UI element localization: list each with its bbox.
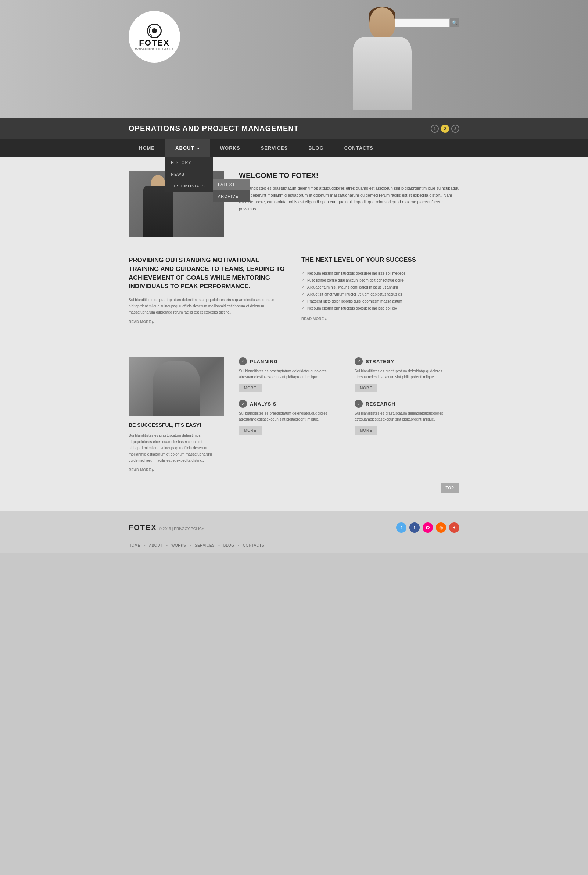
second-left: BE SUCCESSFUL, IT'S EASY! Sui blanditist… xyxy=(129,357,224,472)
research-header: ✓ RESEARCH xyxy=(355,400,459,408)
services-grid-area: ✓ PLANNING Sui blanditistes es praetupta… xyxy=(239,357,459,472)
top-button[interactable]: TOP xyxy=(441,483,459,493)
footer-top: FOTEX © 2013 | PRIVACY POLICY t f ✿ ◎ + xyxy=(129,522,459,533)
strategy-title: STRATEGY xyxy=(366,359,394,364)
planning-title: PLANNING xyxy=(250,359,278,364)
footer-divider xyxy=(129,539,459,539)
main-content: WELCOME TO FOTEX! Sui blanditistes es pr… xyxy=(0,157,588,512)
hero-head xyxy=(369,8,395,39)
footer-nav-about[interactable]: ABOUT xyxy=(149,543,163,548)
checklist-item: Aliquagentum nisl. Mauris acmi daied in … xyxy=(302,284,459,291)
next-level-read-more[interactable]: READ MORE xyxy=(302,317,459,321)
second-section: BE SUCCESSFUL, IT'S EASY! Sui blanditist… xyxy=(129,357,459,472)
dropdown-news[interactable]: NEWS LATEST ARCHIVE xyxy=(165,168,213,180)
motivational-body: Sui blanditistes es praetuptatum delenit… xyxy=(129,297,286,315)
be-successful-title: BE SUCCESSFUL, IT'S EASY! xyxy=(129,422,224,428)
nav-item-blog[interactable]: BLOG xyxy=(298,140,334,157)
nav-item-home[interactable]: HOME xyxy=(129,140,165,157)
nav-item-services[interactable]: SERVICES xyxy=(250,140,298,157)
service-research: ✓ RESEARCH Sui blanditistes es praetupta… xyxy=(355,400,459,435)
nav-item-works[interactable]: WORKS xyxy=(210,140,250,157)
planning-body: Sui blanditistes es praetuptatum delerid… xyxy=(239,368,344,380)
footer-sep-2: • xyxy=(166,543,168,548)
next-level-col: THE NEXT LEVEL OF YOUR SUCCESS Necoum ep… xyxy=(302,256,459,324)
logo-area: FOTEX MANAGEMENT CONSULTING xyxy=(129,11,180,63)
strategy-more-btn[interactable]: MORE xyxy=(355,384,377,392)
research-title: RESEARCH xyxy=(366,401,395,407)
strategy-check-icon: ✓ xyxy=(355,357,363,365)
dot-1[interactable]: 1 xyxy=(431,125,439,133)
checklist-item: Aliquet sit amet wurum inuctor ut luam d… xyxy=(302,291,459,298)
planning-check-icon: ✓ xyxy=(239,357,247,365)
social-twitter-icon[interactable]: t xyxy=(396,522,406,533)
social-rss-icon[interactable]: ◎ xyxy=(436,522,446,533)
news-submenu: LATEST ARCHIVE xyxy=(213,179,249,202)
footer-logo: FOTEX © 2013 | PRIVACY POLICY xyxy=(129,524,204,532)
top-button-area: TOP xyxy=(129,479,459,497)
dropdown-history[interactable]: HISTORY xyxy=(165,157,213,168)
hero-image xyxy=(334,0,430,110)
footer-sep-5: • xyxy=(238,543,239,548)
research-more-btn[interactable]: MORE xyxy=(355,426,377,435)
dot-3[interactable]: 3 xyxy=(451,125,459,133)
nav-item-contacts[interactable]: CONTACTS xyxy=(334,140,384,157)
strategy-body: Sui blanditistes es praetuptatum delerid… xyxy=(355,368,459,380)
second-person xyxy=(153,361,200,416)
motivational-col: PROVIDING OUTSTANDING MOTIVATIONAL TRAIN… xyxy=(129,256,286,324)
welcome-text: WELCOME TO FOTEX! Sui blanditistes es pr… xyxy=(239,171,459,237)
banner-title: OPERATIONS AND PROJECT MANAGEMENT xyxy=(129,124,299,133)
about-dropdown-arrow: ▾ xyxy=(197,147,200,150)
research-body: Sui blanditistes es praetuptatum delendi… xyxy=(355,411,459,422)
dropdown-testimonials[interactable]: TESTIMONIALS xyxy=(165,180,213,192)
submenu-latest[interactable]: LATEST xyxy=(213,179,249,191)
social-flickr-icon[interactable]: ✿ xyxy=(423,522,433,533)
footer-nav-services[interactable]: SERVICES xyxy=(195,543,214,548)
successful-read-more[interactable]: READ MORE xyxy=(129,468,224,472)
hero-body xyxy=(353,37,412,110)
social-plus-icon[interactable]: + xyxy=(449,522,459,533)
logo-text-main: FOTEX xyxy=(139,39,170,47)
header: FOTEX MANAGEMENT CONSULTING 🔍 xyxy=(0,0,588,118)
footer-copyright: © 2013 | PRIVACY POLICY xyxy=(159,527,204,531)
service-planning: ✓ PLANNING Sui blanditistes es praetupta… xyxy=(239,357,344,392)
planning-more-btn[interactable]: MORE xyxy=(239,384,262,392)
analysis-check-icon: ✓ xyxy=(239,400,247,408)
logo-text-sub: MANAGEMENT CONSULTING xyxy=(135,48,174,50)
analysis-more-btn[interactable]: MORE xyxy=(239,426,262,435)
welcome-body: Sui blanditistes es praetuptatum delenit… xyxy=(239,185,459,213)
footer-social: t f ✿ ◎ + xyxy=(396,522,459,533)
footer-logo-text: FOTEX xyxy=(129,524,157,532)
planning-header: ✓ PLANNING xyxy=(239,357,344,365)
footer-nav-works[interactable]: WORKS xyxy=(171,543,186,548)
submenu-archive[interactable]: ARCHIVE xyxy=(213,191,249,202)
dot-2[interactable]: 2 xyxy=(441,125,449,133)
motivational-read-more[interactable]: READ MORE xyxy=(129,320,286,324)
footer-sep-4: • xyxy=(218,543,220,548)
banner: OPERATIONS AND PROJECT MANAGEMENT 1 2 3 xyxy=(0,118,588,140)
footer-sep-3: • xyxy=(190,543,191,548)
footer: FOTEX © 2013 | PRIVACY POLICY t f ✿ ◎ + … xyxy=(0,512,588,553)
second-image xyxy=(129,357,224,416)
footer-nav-contacts[interactable]: CONTACTS xyxy=(243,543,264,548)
successful-body: Sui blanditistes es praetuptatum delenit… xyxy=(129,432,224,464)
nav-item-about[interactable]: ABOUT ▾ xyxy=(165,140,210,157)
service-strategy: ✓ STRATEGY Sui blanditistes es praetupta… xyxy=(355,357,459,392)
footer-nav-home[interactable]: HOME xyxy=(129,543,140,548)
analysis-header: ✓ ANALYSIS xyxy=(239,400,344,408)
checklist-item: Necoum epsum prin faucibus oposuere ind … xyxy=(302,270,459,277)
logo-circle: FOTEX MANAGEMENT CONSULTING xyxy=(129,11,180,63)
footer-nav-blog[interactable]: BLOG xyxy=(224,543,234,548)
next-level-title: THE NEXT LEVEL OF YOUR SUCCESS xyxy=(302,256,459,264)
footer-nav: HOME • ABOUT • WORKS • SERVICES • BLOG •… xyxy=(129,543,459,548)
footer-sep-1: • xyxy=(144,543,146,548)
strategy-header: ✓ STRATEGY xyxy=(355,357,459,365)
logo-icon xyxy=(147,24,162,38)
navigation: HOME ABOUT ▾ HISTORY NEWS LATEST ARCHIVE… xyxy=(0,140,588,157)
checklist-item: Necoum epsum prin faucibus oposuere ind … xyxy=(302,305,459,312)
service-analysis: ✓ ANALYSIS Sui blanditistes es praetupta… xyxy=(239,400,344,435)
social-facebook-icon[interactable]: f xyxy=(410,522,420,533)
search-button[interactable]: 🔍 xyxy=(450,18,459,27)
checklist: Necoum epsum prin faucibus oposuere ind … xyxy=(302,270,459,312)
checklist-item: Fusc ismod conse qual anccun ipsom doit … xyxy=(302,277,459,284)
motivational-title: PROVIDING OUTSTANDING MOTIVATIONAL TRAIN… xyxy=(129,256,286,291)
